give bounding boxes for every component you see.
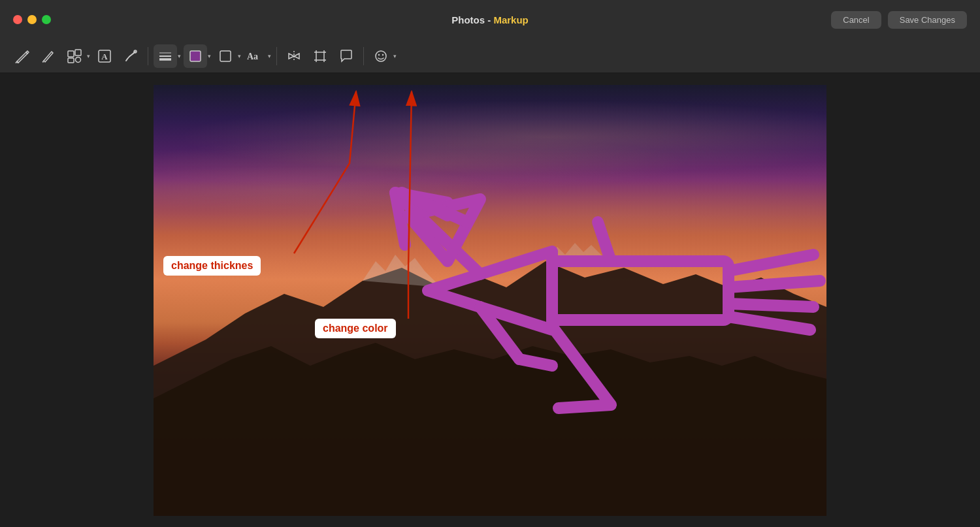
svg-rect-2 <box>68 51 74 57</box>
border-style-group[interactable]: ▾ <box>214 44 241 68</box>
crop-button[interactable] <box>308 44 332 68</box>
minimize-button[interactable] <box>27 15 37 24</box>
line-style-dropdown-arrow[interactable]: ▾ <box>178 53 181 59</box>
titlebar: Photos - Markup Cancel Save Changes <box>0 0 980 39</box>
line-style-group[interactable]: ▾ <box>154 44 181 68</box>
change-color-label: change color <box>315 319 396 338</box>
font-button[interactable]: Aa <box>244 44 267 68</box>
flip-button[interactable] <box>282 44 306 68</box>
svg-point-26 <box>382 54 384 55</box>
svg-text:Aa: Aa <box>247 52 258 61</box>
maximize-button[interactable] <box>42 15 51 24</box>
close-button[interactable] <box>13 15 22 24</box>
svg-rect-4 <box>68 58 74 63</box>
shapes-dropdown-arrow[interactable]: ▾ <box>87 53 90 59</box>
photo-container: change thicknes change color <box>154 85 826 516</box>
sky-overlay <box>154 85 826 365</box>
window-title: Photos - Markup <box>451 14 529 25</box>
titlebar-actions: Cancel Save Changes <box>831 11 967 29</box>
photo-background <box>154 85 826 516</box>
face-detection-group[interactable]: ▾ <box>369 44 397 68</box>
canvas-area: change thicknes change color <box>0 73 980 527</box>
border-style-button[interactable] <box>214 44 237 68</box>
traffic-lights <box>13 15 51 24</box>
marker-tool-button[interactable] <box>37 44 60 68</box>
svg-point-5 <box>76 57 81 62</box>
shape-fill-group[interactable]: ▾ <box>184 44 211 68</box>
svg-rect-12 <box>190 51 201 61</box>
shape-fill-button[interactable] <box>184 44 207 68</box>
shapes-tool-button[interactable] <box>63 44 86 68</box>
svg-point-25 <box>378 54 380 55</box>
face-detection-dropdown-arrow[interactable]: ▾ <box>393 53 397 59</box>
svg-rect-15 <box>316 52 324 60</box>
svg-text:A: A <box>101 52 108 61</box>
speech-bubble-button[interactable] <box>335 44 358 68</box>
pen-tool-button[interactable] <box>10 44 34 68</box>
text-tool-button[interactable]: A <box>93 44 116 68</box>
svg-point-24 <box>376 51 386 61</box>
separator-1 <box>148 47 148 65</box>
line-style-button[interactable] <box>154 44 177 68</box>
border-style-dropdown-arrow[interactable]: ▾ <box>238 53 241 59</box>
separator-2 <box>276 47 277 65</box>
font-group[interactable]: Aa ▾ <box>244 44 271 68</box>
svg-rect-13 <box>220 51 231 61</box>
title-markup: Markup <box>493 14 528 25</box>
draw-tool-button[interactable] <box>119 44 142 68</box>
svg-rect-3 <box>75 50 81 56</box>
toolbar: ▾ A ▾ ▾ <box>0 39 980 73</box>
font-dropdown-arrow[interactable]: ▾ <box>268 53 271 59</box>
save-changes-button[interactable]: Save Changes <box>888 11 967 29</box>
face-detection-button[interactable] <box>369 44 393 68</box>
shape-fill-dropdown-arrow[interactable]: ▾ <box>208 53 211 59</box>
title-photos: Photos <box>451 14 485 25</box>
change-thickness-label: change thicknes <box>163 256 261 276</box>
shapes-tool-group[interactable]: ▾ <box>63 44 90 68</box>
cancel-button[interactable]: Cancel <box>831 11 881 29</box>
separator-3 <box>363 47 364 65</box>
